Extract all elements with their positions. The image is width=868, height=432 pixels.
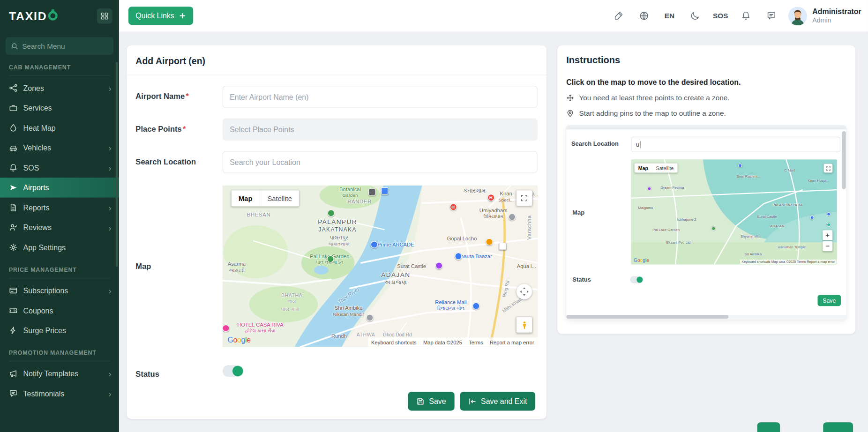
notify-templates-icon bbox=[9, 369, 18, 378]
theme-customizer-button[interactable] bbox=[608, 5, 629, 26]
sidebar-item-airports[interactable]: Airports bbox=[0, 178, 119, 198]
preview-status-toggle bbox=[630, 276, 643, 283]
sidebar-item-label: Coupons bbox=[23, 306, 53, 315]
sidebar-item-services[interactable]: Services bbox=[0, 98, 119, 118]
sidebar-item-reports[interactable]: Reports› bbox=[0, 198, 119, 218]
fullscreen-button[interactable] bbox=[516, 190, 532, 206]
toggle-knob bbox=[636, 277, 643, 283]
sidebar-item-app-settings[interactable]: App Settings bbox=[0, 238, 119, 258]
preview-zoom-out-button[interactable]: − bbox=[823, 241, 832, 251]
quick-links-button[interactable]: Quick Links bbox=[128, 7, 193, 25]
sidebar-item-label: Subscriptions bbox=[23, 286, 68, 295]
menu-grid-button[interactable] bbox=[97, 8, 112, 23]
report-error-link[interactable]: Report a map error bbox=[490, 339, 534, 345]
preview-map-terrain bbox=[631, 159, 837, 264]
map-view-button[interactable]: Map bbox=[232, 190, 260, 206]
sidebar-item-label: Notify Templates bbox=[23, 369, 79, 378]
sidebar-section-label: PRICE MANAGEMENT bbox=[9, 266, 110, 278]
subscriptions-icon bbox=[9, 286, 18, 295]
satellite-view-button[interactable]: Satellite bbox=[260, 190, 299, 206]
testimonials-icon bbox=[9, 389, 18, 398]
form-actions: Save Save and Exit bbox=[408, 392, 535, 410]
status-toggle[interactable] bbox=[223, 365, 244, 377]
chevron-right-icon: › bbox=[108, 389, 111, 398]
logo-text: TAXID bbox=[9, 9, 47, 22]
grid-icon bbox=[100, 11, 109, 20]
sidebar-search-input[interactable] bbox=[22, 42, 108, 50]
sidebar-item-sos[interactable]: SOS› bbox=[0, 158, 119, 178]
pegman-button[interactable] bbox=[516, 317, 532, 333]
place-points-row: Place Points* bbox=[127, 119, 546, 141]
instructions-card: Instructions Click on the map to move to… bbox=[557, 45, 855, 334]
partial-save-button[interactable] bbox=[757, 422, 780, 432]
sidebar-item-label: SOS bbox=[23, 164, 39, 172]
google-map[interactable]: BotanicalGardenBHESANRANDERકતારગામPALANP… bbox=[223, 186, 538, 347]
language-code[interactable]: EN bbox=[659, 12, 680, 20]
instructions-screenshot: Search Location u Map bbox=[566, 126, 846, 319]
preview-save-button: Save bbox=[818, 295, 841, 306]
language-globe-button[interactable] bbox=[634, 5, 655, 26]
pan-control-button[interactable] bbox=[516, 284, 532, 299]
toggle-knob bbox=[232, 366, 243, 376]
reports-icon bbox=[9, 203, 18, 212]
preview-zoom-in-button[interactable]: + bbox=[823, 230, 832, 240]
sidebar-item-reviews[interactable]: Reviews› bbox=[0, 217, 119, 238]
search-location-input[interactable] bbox=[223, 151, 538, 173]
preview-satellite-view-button[interactable]: Satellite bbox=[652, 163, 677, 172]
quick-links-label: Quick Links bbox=[135, 12, 174, 20]
save-button[interactable]: Save bbox=[408, 392, 454, 410]
sidebar-item-notify-templates[interactable]: Notify Templates› bbox=[0, 364, 119, 384]
sidebar-item-label: Services bbox=[23, 104, 52, 112]
instructions-title: Instructions bbox=[566, 55, 846, 66]
sidebar-scrollbar[interactable] bbox=[116, 62, 118, 267]
airport-name-input[interactable] bbox=[223, 86, 538, 108]
bell-icon bbox=[741, 10, 751, 21]
sidebar-nav: CAB MANAGEMENTZones›ServicesHeat MapVehi… bbox=[0, 64, 119, 403]
app-logo[interactable]: TAXID bbox=[9, 9, 58, 22]
divider bbox=[127, 74, 546, 75]
user-menu[interactable]: Administrator Admin bbox=[788, 7, 861, 25]
status-label: Status bbox=[135, 364, 222, 379]
instruction-bullet: You need at least three points to create… bbox=[566, 94, 846, 102]
chevron-right-icon: › bbox=[108, 369, 111, 378]
sidebar-header: TAXID bbox=[0, 0, 119, 31]
sidebar-item-label: Vehicles bbox=[23, 143, 51, 152]
vehicles-icon bbox=[9, 143, 18, 152]
plus-icon bbox=[179, 12, 186, 19]
preview-map-type-control: Map Satellite bbox=[635, 163, 678, 172]
sidebar-item-label: Heat Map bbox=[23, 124, 56, 132]
partial-save-and-exit-button[interactable] bbox=[823, 422, 853, 432]
sidebar: TAXID CAB MANAGEMENTZones›ServicesHeat M… bbox=[0, 0, 119, 432]
place-points-input[interactable] bbox=[223, 119, 538, 141]
surge-prices-icon bbox=[9, 326, 18, 335]
sos-shortcut[interactable]: SOS bbox=[710, 12, 731, 20]
sidebar-item-label: App Settings bbox=[23, 243, 66, 252]
logo-taxi-icon bbox=[48, 11, 58, 21]
sidebar-section-label: CAB MANAGEMENT bbox=[9, 64, 110, 76]
terms-link[interactable]: Terms bbox=[469, 339, 483, 345]
sidebar-item-zones[interactable]: Zones› bbox=[0, 78, 119, 98]
sidebar-item-heat-map[interactable]: Heat Map bbox=[0, 118, 119, 138]
notifications-button[interactable] bbox=[735, 5, 756, 26]
preview-horizontal-scrollbar bbox=[566, 315, 846, 319]
preview-map-label: Map bbox=[572, 209, 584, 216]
airport-name-row: Airport Name* bbox=[127, 86, 546, 108]
exit-arrow-icon bbox=[468, 397, 477, 405]
preview-fullscreen-button[interactable] bbox=[823, 164, 832, 173]
sidebar-item-vehicles[interactable]: Vehicles› bbox=[0, 138, 119, 158]
chevron-right-icon: › bbox=[108, 164, 111, 172]
sidebar-search[interactable] bbox=[6, 37, 113, 55]
preview-map-view-button[interactable]: Map bbox=[635, 163, 652, 172]
airport-name-label: Airport Name* bbox=[135, 86, 222, 108]
status-row: Status bbox=[127, 364, 546, 379]
messages-button[interactable] bbox=[761, 5, 782, 26]
save-and-exit-button[interactable]: Save and Exit bbox=[460, 392, 535, 410]
sidebar-item-surge-prices[interactable]: Surge Prices bbox=[0, 320, 119, 341]
sidebar-item-coupons[interactable]: Coupons bbox=[0, 300, 119, 320]
scrollbar-thumb bbox=[842, 131, 846, 189]
move-icon bbox=[566, 94, 574, 102]
dark-mode-button[interactable] bbox=[684, 5, 705, 26]
sidebar-item-subscriptions[interactable]: Subscriptions› bbox=[0, 281, 119, 301]
keyboard-shortcuts-link[interactable]: Keyboard shortcuts bbox=[371, 339, 417, 345]
sidebar-item-testimonials[interactable]: Testimonials› bbox=[0, 384, 119, 404]
